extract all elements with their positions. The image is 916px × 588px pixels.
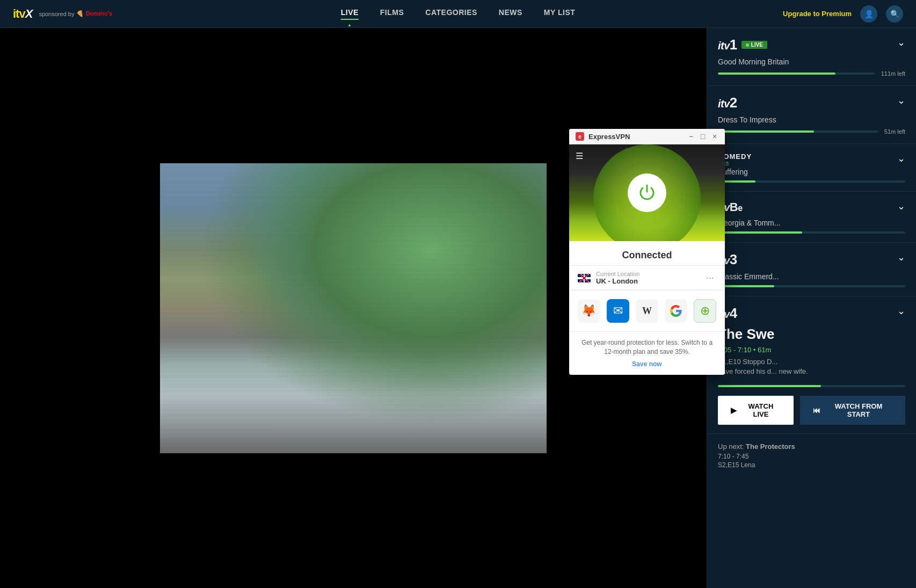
nav-categories[interactable]: CATEGORIES [425, 8, 477, 20]
nav-films[interactable]: FILMS [380, 8, 404, 20]
buffering-text: Buffering [718, 168, 905, 176]
progress-bar-comedy [718, 180, 905, 183]
progress-bar-itv1: 111m left [718, 70, 905, 77]
progress-fill-itv2 [718, 130, 814, 133]
progress-track-itv1 [718, 72, 875, 75]
comedy-header: COMEDY 24⑦ ⌄ [718, 153, 905, 168]
restore-button[interactable]: □ [699, 133, 707, 140]
show-title-itv1: Good Morning Britain [718, 57, 905, 66]
expressvpn-title: ExpressVPN [588, 133, 630, 141]
nav-live[interactable]: LIVE [341, 8, 359, 20]
featured-show-time: 6:05 - 7:10 • 61m [718, 346, 905, 354]
show-title-itvbe: Georgia & Tomm... [718, 219, 905, 227]
channel-header-itv1: itv1 LIVE ⌄ [718, 37, 905, 53]
uk-flag-icon [578, 274, 591, 282]
vpn-power-button[interactable] [628, 173, 666, 212]
progress-fill-itv3 [718, 285, 774, 287]
itv4-header: itv4 ⌄ [718, 305, 905, 322]
expressvpn-icon: e [576, 132, 584, 141]
progress-track-comedy [718, 180, 905, 183]
channel-card-itv2[interactable]: itv2 ⌄ Dress To Impress 51m left [707, 86, 916, 144]
wikipedia-shortcut[interactable]: W [636, 299, 658, 323]
up-next-episode: S2,E15 Lena [718, 461, 905, 469]
location-label: Current Location [596, 271, 699, 277]
main-content: itv1 LIVE ⌄ Good Morning Britain 111m le… [0, 28, 916, 588]
video-overlay [160, 163, 547, 453]
channel-chevron-itv3[interactable]: ⌄ [897, 251, 905, 263]
watch-live-button[interactable]: ▶ WATCH LIVE [718, 396, 794, 425]
up-next-time: 7:10 - 7:45 [718, 453, 905, 460]
add-shortcut[interactable]: ⊕ [694, 299, 716, 323]
progress-track-itv3 [718, 285, 905, 287]
sidebar: itv1 LIVE ⌄ Good Morning Britain 111m le… [707, 28, 916, 588]
progress-bar-itv3 [718, 285, 905, 287]
live-dot [746, 43, 749, 47]
progress-bar-itvbe [718, 231, 905, 234]
power-svg-icon [637, 183, 657, 202]
channel-card-itv4[interactable]: itv4 ⌄ The Swe 6:05 - 7:10 • 61m S1,E10 … [707, 296, 916, 434]
progress-track-itv4 [718, 385, 905, 387]
vpn-titlebar: e ExpressVPN − □ × [569, 129, 725, 144]
progress-fill-itvbe [718, 231, 802, 234]
channel-name-row-itv1: itv1 LIVE [718, 37, 767, 53]
progress-track-itv2 [718, 130, 878, 133]
progress-fill-itv4 [718, 385, 821, 387]
nav-right: Upgrade to Premium 👤 🔍 [783, 5, 903, 23]
vpn-body: ☰ Connected Current Location U [569, 144, 725, 375]
progress-bar-itv2: 51m left [718, 128, 905, 135]
channel-header-itvbe: itvBe ⌄ [718, 200, 905, 214]
channel-chevron-itv4[interactable]: ⌄ [897, 305, 905, 317]
navbar: itvX sponsored by 🍕 Domino's LIVE FILMS … [0, 0, 916, 28]
titlebar-controls: − □ × [687, 133, 718, 140]
play-icon: ▶ [731, 406, 737, 415]
video-player[interactable] [160, 163, 547, 453]
itv-logo-text: itvX [13, 7, 32, 21]
up-next-label: Up next: The Protectors [718, 442, 905, 451]
channel-card-itv3[interactable]: itv3 ⌄ Classic Emmerd... [707, 243, 916, 296]
channel-name-itv1: itv1 [718, 37, 737, 53]
rewind-icon: ⏮ [813, 406, 820, 415]
minimize-button[interactable]: − [687, 133, 695, 140]
vpn-shortcuts: 🦊 ✉ W ⊕ [569, 291, 725, 331]
power-icon-container [636, 182, 658, 204]
channel-header-itv2: itv2 ⌄ [718, 95, 905, 111]
show-title-itv2: Dress To Impress [718, 115, 905, 124]
channel-chevron-comedy[interactable]: ⌄ [897, 153, 905, 164]
save-now-link[interactable]: Save now [578, 360, 716, 369]
nav-news[interactable]: NEWS [499, 8, 522, 20]
sponsored-by-text: sponsored by [39, 11, 74, 17]
profile-icon[interactable]: 👤 [860, 5, 877, 23]
more-options-button[interactable]: ··· [704, 270, 716, 286]
google-shortcut[interactable] [665, 299, 687, 323]
nav-logo: itvX sponsored by 🍕 Domino's [13, 7, 112, 21]
channel-chevron-itvbe[interactable]: ⌄ [897, 200, 905, 212]
mail-shortcut[interactable]: ✉ [607, 299, 629, 323]
progress-track-itvbe [718, 231, 905, 234]
upgrade-button[interactable]: Upgrade to Premium [783, 10, 852, 18]
nav-links: LIVE FILMS CATEGORIES NEWS MY LIST [341, 8, 576, 20]
firefox-shortcut[interactable]: 🦊 [578, 299, 600, 323]
channel-card-itv1[interactable]: itv1 LIVE ⌄ Good Morning Britain 111m le… [707, 28, 916, 86]
google-icon-svg [670, 304, 682, 317]
close-button[interactable]: × [711, 133, 718, 140]
vpn-popup: e ExpressVPN − □ × ☰ C [569, 129, 725, 375]
featured-show-title: The Swe [718, 326, 905, 343]
time-left-itv2: 51m left [884, 128, 905, 135]
vpn-menu-icon[interactable]: ☰ [576, 151, 583, 161]
channel-chevron-itv2[interactable]: ⌄ [897, 95, 905, 106]
channel-chevron-itv1[interactable]: ⌄ [897, 37, 905, 48]
channel-card-itvbe[interactable]: itvBe ⌄ Georgia & Tomm... [707, 192, 916, 243]
show-title-itv3: Classic Emmerd... [718, 272, 905, 281]
dominos-logo: 🍕 Domino's [76, 10, 112, 17]
vpn-connected-label: Connected [569, 241, 725, 265]
vpn-location-row[interactable]: Current Location UK - London ··· [569, 265, 725, 291]
up-next-section: Up next: The Protectors 7:10 - 7:45 S2,E… [707, 434, 916, 477]
channel-name-itv2: itv2 [718, 95, 737, 111]
search-icon[interactable]: 🔍 [886, 5, 903, 23]
channel-card-comedy[interactable]: COMEDY 24⑦ ⌄ Buffering [707, 144, 916, 192]
flag-cross [578, 274, 591, 282]
nav-mylist[interactable]: MY LIST [544, 8, 575, 20]
live-badge-itv1: LIVE [741, 41, 767, 49]
watch-from-start-button[interactable]: ⏮ WATCH FROM START [800, 396, 905, 425]
time-left-itv1: 111m left [881, 70, 905, 77]
